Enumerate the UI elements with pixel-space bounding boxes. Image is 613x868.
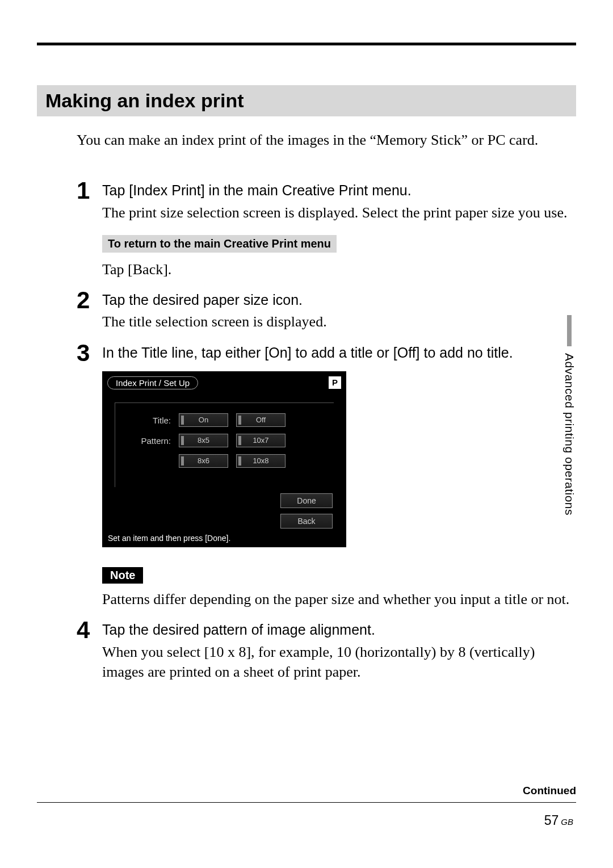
note-text: Patterns differ depending on the paper s… <box>102 589 576 609</box>
step-number: 2 <box>77 288 102 312</box>
page-region: GB <box>561 817 573 827</box>
step-number: 4 <box>77 618 102 642</box>
step-1: 1 Tap [Index Print] in the main Creative… <box>77 181 576 279</box>
continued-label: Continued <box>523 785 576 797</box>
section-title: Making an index print <box>37 85 576 116</box>
step-number: 3 <box>77 341 102 365</box>
done-button[interactable]: Done <box>280 493 333 508</box>
top-rule <box>37 43 576 45</box>
pattern-8x6-button[interactable]: 8x6 <box>179 454 228 468</box>
step-heading: Tap the desired pattern of image alignme… <box>102 620 576 640</box>
step-heading: In the Title line, tap either [On] to ad… <box>102 343 576 363</box>
step-text: The print size selection screen is displ… <box>102 203 576 223</box>
setup-screen: Index Print / Set Up P Title: On Off Pat… <box>102 371 346 547</box>
step-4: 4 Tap the desired pattern of image align… <box>77 620 576 682</box>
sub-heading: To return to the main Creative Print men… <box>102 235 337 253</box>
setup-fieldset: Title: On Off Pattern: 8x5 10x7 8x6 10x8 <box>115 402 334 487</box>
screen-tab[interactable]: Index Print / Set Up <box>107 376 198 389</box>
side-tab: Advanced printing operations <box>562 315 576 515</box>
step-text: The title selection screen is displayed. <box>102 312 576 332</box>
pattern-10x7-button[interactable]: 10x7 <box>236 434 285 447</box>
intro-paragraph: You can make an index print of the image… <box>77 131 576 150</box>
back-button[interactable]: Back <box>280 514 333 529</box>
title-label: Title: <box>125 416 171 425</box>
note-label: Note <box>102 567 143 584</box>
page-number-value: 57 <box>544 813 559 828</box>
side-tab-marker <box>567 315 572 346</box>
side-tab-label: Advanced printing operations <box>562 353 576 515</box>
title-off-button[interactable]: Off <box>236 413 285 427</box>
title-on-button[interactable]: On <box>179 413 228 427</box>
pattern-8x5-button[interactable]: 8x5 <box>179 434 228 447</box>
step-heading: Tap [Index Print] in the main Creative P… <box>102 181 576 200</box>
print-icon[interactable]: P <box>329 376 341 389</box>
step-3: 3 In the Title line, tap either [On] to … <box>77 343 576 610</box>
step-heading: Tap the desired paper size icon. <box>102 291 576 310</box>
pattern-label: Pattern: <box>125 436 171 446</box>
bottom-rule <box>37 802 576 803</box>
screen-status: Set an item and then press [Done]. <box>108 534 230 543</box>
pattern-10x8-button[interactable]: 10x8 <box>236 454 285 468</box>
step-text: When you select [10 x 8], for example, 1… <box>102 642 576 682</box>
step-2: 2 Tap the desired paper size icon. The t… <box>77 291 576 332</box>
page-number: 57GB <box>544 813 573 828</box>
sub-text: Tap [Back]. <box>102 259 576 279</box>
step-number: 1 <box>77 179 102 203</box>
